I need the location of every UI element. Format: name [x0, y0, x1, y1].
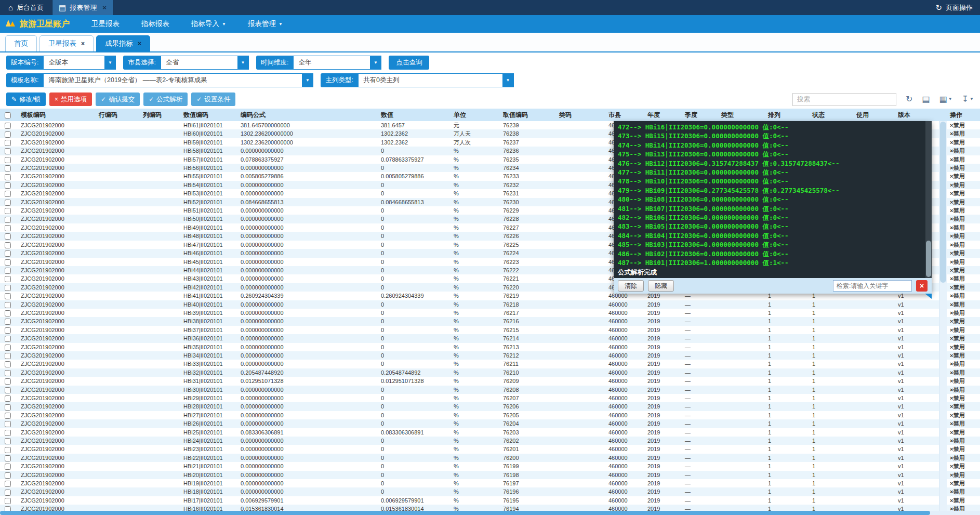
- console-close-button[interactable]: ×: [916, 280, 928, 292]
- row-checkbox[interactable]: [5, 250, 11, 257]
- disable-action-link[interactable]: ×禁用: [947, 317, 980, 325]
- disable-action-link[interactable]: ×禁用: [947, 368, 980, 377]
- toolbar-button-1[interactable]: ✎修改/锁: [6, 93, 46, 106]
- menu-item-4[interactable]: 报表管理▼: [248, 19, 283, 29]
- console-scrollbar-thumb[interactable]: [926, 241, 931, 277]
- row-checkbox[interactable]: [5, 378, 11, 385]
- row-checkbox[interactable]: [5, 200, 11, 206]
- tab-3[interactable]: 成果指标×: [96, 35, 150, 51]
- topbar-home-tab[interactable]: ⌂ 后台首页: [0, 0, 52, 15]
- disable-action-link[interactable]: ×禁用: [947, 121, 980, 129]
- disable-action-link[interactable]: ×禁用: [947, 479, 980, 487]
- version-filter-select[interactable]: 全版本 ▼: [43, 56, 116, 70]
- disable-action-link[interactable]: ×禁用: [947, 189, 980, 197]
- disable-action-link[interactable]: ×禁用: [947, 437, 980, 445]
- close-icon[interactable]: ×: [102, 4, 107, 11]
- row-checkbox[interactable]: [5, 182, 11, 189]
- select-all-checkbox[interactable]: [5, 112, 11, 118]
- row-checkbox[interactable]: [5, 268, 11, 274]
- row-checkbox[interactable]: [5, 421, 11, 427]
- query-button[interactable]: 点击查询: [389, 56, 429, 70]
- disable-action-link[interactable]: ×禁用: [947, 334, 980, 342]
- row-checkbox[interactable]: [5, 490, 11, 496]
- row-checkbox[interactable]: [5, 404, 11, 411]
- row-checkbox[interactable]: [5, 438, 11, 444]
- row-checkbox[interactable]: [5, 370, 11, 376]
- tab-1[interactable]: 首页: [5, 35, 37, 51]
- row-checkbox[interactable]: [5, 361, 11, 367]
- row-checkbox[interactable]: [5, 285, 11, 291]
- row-checkbox[interactable]: [5, 430, 11, 436]
- row-checkbox[interactable]: [5, 498, 11, 504]
- row-checkbox[interactable]: [5, 208, 11, 214]
- list-view-icon[interactable]: ▤: [922, 95, 930, 103]
- close-icon[interactable]: ×: [138, 40, 141, 47]
- disable-action-link[interactable]: ×禁用: [947, 462, 980, 470]
- disable-action-link[interactable]: ×禁用: [947, 249, 980, 257]
- disable-action-link[interactable]: ×禁用: [947, 300, 980, 309]
- row-checkbox[interactable]: [5, 157, 11, 163]
- console-search-input[interactable]: [833, 280, 912, 292]
- disable-action-link[interactable]: ×禁用: [947, 428, 980, 437]
- disable-action-link[interactable]: ×禁用: [947, 351, 980, 360]
- disable-action-link[interactable]: ×禁用: [947, 147, 980, 155]
- disable-action-link[interactable]: ×禁用: [947, 164, 980, 172]
- disable-action-link[interactable]: ×禁用: [947, 172, 980, 180]
- toolbar-button-2[interactable]: ×禁用选项: [49, 93, 92, 106]
- disable-action-link[interactable]: ×禁用: [947, 181, 980, 189]
- disable-action-link[interactable]: ×禁用: [947, 266, 980, 274]
- disable-action-link[interactable]: ×禁用: [947, 309, 980, 317]
- disable-action-link[interactable]: ×禁用: [947, 394, 980, 402]
- disable-action-link[interactable]: ×禁用: [947, 496, 980, 505]
- row-checkbox[interactable]: [5, 174, 11, 180]
- disable-action-link[interactable]: ×禁用: [947, 377, 980, 385]
- time-filter-select[interactable]: 全年 ▼: [293, 56, 381, 70]
- row-checkbox[interactable]: [5, 353, 11, 359]
- export-icon[interactable]: ↧▼: [962, 95, 974, 103]
- template-filter-select[interactable]: 海南旅游卫星账户（2019全省） ——表2-专项核算成果 ▼: [43, 73, 313, 87]
- row-checkbox[interactable]: [5, 302, 11, 308]
- disable-action-link[interactable]: ×禁用: [947, 129, 980, 138]
- horizontal-scrollbar-thumb[interactable]: [0, 511, 930, 515]
- menu-item-1[interactable]: 卫星报表: [91, 19, 120, 29]
- disable-action-link[interactable]: ×禁用: [947, 206, 980, 215]
- row-checkbox[interactable]: [5, 276, 11, 282]
- disable-action-link[interactable]: ×禁用: [947, 155, 980, 164]
- disable-action-link[interactable]: ×禁用: [947, 445, 980, 453]
- row-checkbox[interactable]: [5, 191, 11, 197]
- row-checkbox[interactable]: [5, 481, 11, 487]
- toolbar-button-3[interactable]: ✓确认提交: [96, 93, 140, 106]
- row-checkbox[interactable]: [5, 225, 11, 231]
- row-checkbox[interactable]: [5, 140, 11, 146]
- console-hide-button[interactable]: 隐藏: [648, 280, 674, 292]
- row-checkbox[interactable]: [5, 310, 11, 316]
- disable-action-link[interactable]: ×禁用: [947, 419, 980, 428]
- disable-action-link[interactable]: ×禁用: [947, 223, 980, 232]
- disable-action-link[interactable]: ×禁用: [947, 402, 980, 411]
- row-checkbox[interactable]: [5, 413, 11, 419]
- disable-action-link[interactable]: ×禁用: [947, 138, 980, 147]
- vertical-scrollbar[interactable]: [939, 121, 947, 515]
- disable-action-link[interactable]: ×禁用: [947, 215, 980, 223]
- row-checkbox[interactable]: [5, 319, 11, 325]
- console-clear-button[interactable]: 清除: [618, 280, 644, 292]
- disable-action-link[interactable]: ×禁用: [947, 241, 980, 249]
- disable-action-link[interactable]: ×禁用: [947, 326, 980, 334]
- disable-action-link[interactable]: ×禁用: [947, 198, 980, 206]
- disable-action-link[interactable]: ×禁用: [947, 343, 980, 351]
- disable-action-link[interactable]: ×禁用: [947, 232, 980, 240]
- row-checkbox[interactable]: [5, 336, 11, 342]
- columns-grid-icon[interactable]: ▦▼: [939, 95, 952, 103]
- row-checkbox[interactable]: [5, 472, 11, 479]
- row-checkbox[interactable]: [5, 327, 11, 334]
- row-checkbox[interactable]: [5, 395, 11, 402]
- row-checkbox[interactable]: [5, 148, 11, 154]
- row-checkbox[interactable]: [5, 345, 11, 351]
- disable-action-link[interactable]: ×禁用: [947, 292, 980, 300]
- row-checkbox[interactable]: [5, 217, 11, 223]
- disable-action-link[interactable]: ×禁用: [947, 360, 980, 368]
- vertical-scrollbar-thumb[interactable]: [940, 122, 946, 283]
- main-column-filter-select[interactable]: 共有0类主列 ▼: [358, 73, 514, 87]
- row-checkbox[interactable]: [5, 242, 11, 248]
- row-checkbox[interactable]: [5, 293, 11, 299]
